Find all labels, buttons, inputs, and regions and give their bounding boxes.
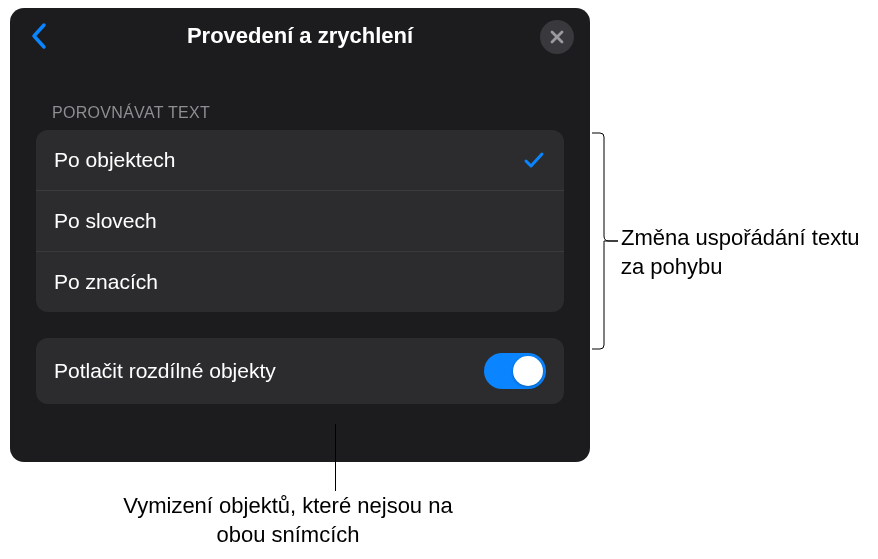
callout-bottom: Vymizení objektů, které nejsou na obou s… bbox=[98, 492, 478, 549]
panel-title: Provedení a zrychlení bbox=[187, 23, 413, 49]
settings-panel: Provedení a zrychlení Porovnávat text Po… bbox=[10, 8, 590, 462]
callout-bracket-right bbox=[592, 132, 618, 350]
checkmark-icon bbox=[522, 148, 546, 172]
toggle-knob bbox=[513, 356, 543, 386]
fade-unmatched-row[interactable]: Potlačit rozdílné objekty bbox=[36, 338, 564, 404]
close-icon bbox=[549, 29, 565, 45]
option-by-words[interactable]: Po slovech bbox=[36, 191, 564, 252]
chevron-left-icon bbox=[30, 22, 48, 50]
section-header: Porovnávat text bbox=[10, 64, 590, 130]
close-button[interactable] bbox=[540, 20, 574, 54]
callout-right: Změna uspořádání textu za pohybu bbox=[621, 224, 878, 281]
toggle-group: Potlačit rozdílné objekty bbox=[36, 338, 564, 404]
option-label: Po objektech bbox=[54, 148, 175, 172]
callout-line-bottom bbox=[335, 424, 336, 491]
option-by-objects[interactable]: Po objektech bbox=[36, 130, 564, 191]
toggle-label: Potlačit rozdílné objekty bbox=[54, 359, 276, 383]
panel-header: Provedení a zrychlení bbox=[10, 8, 590, 64]
option-by-characters[interactable]: Po znacích bbox=[36, 252, 564, 312]
spacer bbox=[10, 312, 590, 338]
fade-unmatched-toggle[interactable] bbox=[484, 353, 546, 389]
text-match-options: Po objektech Po slovech Po znacích bbox=[36, 130, 564, 312]
option-label: Po slovech bbox=[54, 209, 157, 233]
back-button[interactable] bbox=[28, 22, 50, 50]
option-label: Po znacích bbox=[54, 270, 158, 294]
